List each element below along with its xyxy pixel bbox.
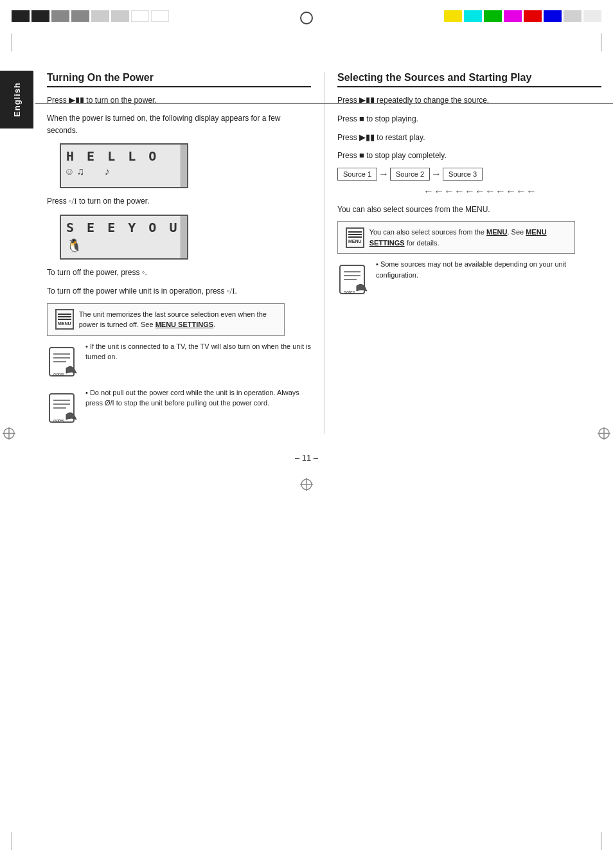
lcd-hello-icons: ☺ ♫ ♪: [66, 166, 111, 180]
lcd-seeyou-icons: 🐧: [66, 238, 82, 254]
left-note2-text: • Do not pull out the power cord while t…: [85, 387, 311, 409]
bar-dark-2: [31, 10, 49, 22]
bar-magenta: [504, 10, 522, 22]
left-menu-box: MENU The unit memorizes the last source …: [47, 303, 285, 336]
left-crosshair: [3, 427, 15, 441]
svg-text:notes: notes: [344, 290, 355, 294]
top-bar-container: [0, 0, 613, 33]
bar-yellow: [444, 10, 462, 22]
bar-cyan: [464, 10, 482, 22]
main-divider: [35, 103, 613, 104]
flow-back-arrow: ←←←←←←←←←←←: [423, 186, 537, 197]
sidebar: English: [0, 71, 33, 128]
notes-icon-2: notes: [47, 391, 80, 425]
left-step3: To turn off the power while unit is in o…: [47, 285, 311, 298]
right-intro: Press ▶▮▮ repeatedly to change the sourc…: [337, 94, 601, 107]
right-step1: Press ■ to stop playing.: [337, 112, 601, 126]
bar-light-1: [91, 10, 109, 22]
left-step2: To turn off the power, press ◦.: [47, 266, 311, 279]
menu-line-1: [58, 314, 71, 315]
right-step3: You can also select sources from the MEN…: [337, 204, 601, 216]
left-notes-1: notes • If the unit is connected to a TV…: [47, 341, 311, 382]
left-intro: Press ▶▮▮ to turn on the power.: [47, 94, 311, 107]
left-column: Turning On the Power Press ▶▮▮ to turn o…: [47, 72, 324, 434]
right-menu-box: MENU You can also select sources from th…: [337, 221, 575, 254]
menu-line-3: [58, 319, 71, 320]
bar-green: [484, 10, 502, 22]
lcd-seeyou-text: S E E Y O U: [66, 220, 179, 235]
lcd-tab-1: [181, 145, 187, 187]
left-menu-text: The unit memorizes the last source selec…: [79, 309, 276, 330]
two-column-layout: Turning On the Power Press ▶▮▮ to turn o…: [47, 72, 601, 434]
bar-lgray: [564, 10, 582, 22]
menu-icon-label-left: MENU: [58, 321, 71, 326]
right-column: Selecting the Sources and Starting Play …: [324, 72, 601, 434]
lcd-display-seeyou: S E E Y O U 🐧: [60, 215, 188, 260]
main-content: Turning On the Power Press ▶▮▮ to turn o…: [35, 72, 613, 434]
left-menu-icon: MENU: [55, 309, 74, 330]
svg-text:notes: notes: [53, 418, 65, 423]
flow-box-1: Source 1: [337, 168, 377, 181]
left-section-title: Turning On the Power: [47, 72, 311, 87]
svg-text:notes: notes: [53, 372, 65, 376]
margin-tick-bottom-left: [12, 832, 12, 850]
bar-dark-1: [12, 10, 30, 22]
bar-med-2: [71, 10, 89, 22]
sidebar-label: English: [12, 82, 22, 117]
flow-diagram: Source 1 → Source 2 → Source 3: [337, 168, 601, 181]
margin-tick-bottom-right: [601, 832, 601, 850]
right-menu-line-1: [348, 231, 362, 233]
bar-white-1: [131, 10, 149, 22]
flow-arrow-1: →: [378, 168, 389, 180]
bottom-crosshair: [0, 478, 613, 493]
bar-llgray: [583, 10, 601, 22]
top-crosshair: [300, 12, 313, 24]
right-step2: Press ■ to stop play completely.: [337, 149, 601, 163]
lcd-display-hello: H E L L O ☺ ♫ ♪: [60, 143, 188, 188]
right-step1b: Press ▶▮▮ to restart play.: [337, 131, 601, 145]
top-bar-right: [444, 10, 601, 22]
right-note1-text: • Some sources may not be available depe…: [376, 259, 601, 280]
right-menu-line-2: [348, 234, 362, 235]
menu-line-2: [58, 316, 71, 317]
right-crosshair: [598, 427, 610, 441]
bar-red: [524, 10, 542, 22]
top-bar-left: [12, 10, 169, 22]
right-menu-line-3: [348, 236, 362, 238]
flow-box-3: Source 3: [443, 168, 483, 181]
menu-icon-lines: [58, 314, 71, 320]
bar-blue: [544, 10, 562, 22]
left-note1-text: • If the unit is connected to a TV, the …: [85, 341, 311, 362]
flow-arrow-2: →: [431, 168, 441, 180]
right-menu-icon: MENU: [346, 227, 364, 248]
notes-icon-1: notes: [47, 345, 80, 378]
left-step1: When the power is turned on, the followi…: [47, 112, 311, 137]
bar-light-2: [111, 10, 129, 22]
left-step1b: Press ◦/I to turn on the power.: [47, 195, 311, 208]
page-number: – 11 –: [0, 453, 613, 475]
page-number-text: – 11 –: [295, 453, 318, 463]
right-section-title: Selecting the Sources and Starting Play: [337, 72, 601, 87]
lcd-tab-2: [181, 216, 187, 258]
margin-tick-top-right: [601, 33, 601, 51]
left-notes-2: notes • Do not pull out the power cord w…: [47, 387, 311, 429]
right-notes-1: notes • Some sources may not be availabl…: [337, 259, 601, 300]
right-menu-icon-lines: [348, 231, 362, 238]
lcd-hello-text: H E L L O: [66, 148, 159, 164]
flow-box-2: Source 2: [390, 168, 430, 181]
notes-icon-right-1: notes: [337, 263, 371, 296]
bar-white-2: [151, 10, 169, 22]
right-menu-text: You can also select sources from the MEN…: [369, 227, 567, 248]
margin-tick-top-left: [12, 33, 12, 51]
bar-med-1: [51, 10, 69, 22]
menu-icon-label-right: MENU: [348, 239, 362, 244]
